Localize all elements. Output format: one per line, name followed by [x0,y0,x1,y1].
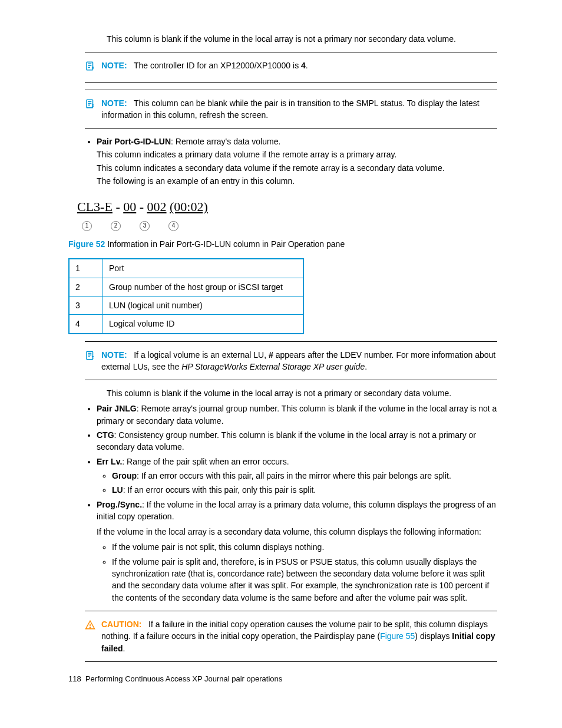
caution-icon [85,618,95,633]
caution-text: . [123,644,125,653]
figure-image: CL3-E - 00 - 002 (00:02) 1234 [68,197,497,231]
fig-seg-3: 002 [147,199,167,214]
note-icon [85,60,95,74]
cell-text: Group number of the host group or iSCSI … [103,278,304,296]
text: : If an error occurs with this pair, onl… [123,485,316,495]
note-text: This column can be blank while the pair … [101,98,480,120]
cell-text: Port [103,259,304,278]
marker-4: 4 [168,221,178,231]
list-item: Pair Port-G-ID-LUN: Remote array's data … [97,136,497,187]
term: Err Lv. [97,457,122,466]
note-text: The controller ID for an XP12000/XP10000… [134,61,301,70]
note-after: . [306,61,308,70]
fig-seg-2: 00 [123,199,136,214]
note-label: NOTE: [101,98,127,108]
text: : Remote array's journal group number. T… [97,404,497,425]
separator [85,82,497,83]
para: This column indicates a primary data vol… [97,149,497,160]
para: This column is blank if the volume in th… [107,387,497,399]
para: This column indicates a secondary data v… [97,162,497,174]
intro-paragraph: This column is blank if the volume in th… [107,33,497,45]
section-title: Performing Continuous Access XP Journal … [85,674,282,683]
figure-caption: Figure 52 Information in Pair Port-G-ID-… [68,238,497,250]
text: : If the volume in the local array is a … [97,500,496,521]
list-item: If the volume pair is split and, therefo… [112,556,497,604]
note-ref: HP StorageWorks External Storage XP user… [181,362,365,371]
fig-seg-1: CL3-E [77,199,113,214]
note-label: NOTE: [101,350,127,360]
separator [85,52,497,52]
fig-seg-4: (00:02) [170,199,208,214]
separator [85,611,497,611]
note-block-3: NOTE: If a logical volume is an external… [85,349,497,373]
term: CTG [97,430,114,440]
table-row: 2Group number of the host group or iSCSI… [69,278,303,296]
cell-num: 3 [69,297,103,315]
caution-text: ) displays [415,631,452,641]
figure-number: Figure 52 [68,239,105,249]
note-block-2: NOTE: This column can be blank while the… [85,97,497,121]
list-item: LU: If an error occurs with this pair, o… [112,484,497,496]
term: LU [112,485,123,495]
table-row: 1Port [69,259,303,278]
list-item: Err Lv.: Range of the pair split when an… [97,456,497,496]
separator [85,90,497,90]
note-text: If a logical volume is an external LU, [134,350,269,360]
list-item: CTG: Consistency group number. This colu… [97,429,497,453]
term: Pair Port-G-ID-LUN [97,137,171,146]
cell-text: LUN (logical unit number) [103,297,304,315]
caution-block: CAUTION: If a failure in the initial cop… [85,618,497,654]
desc: : Remote array's data volume. [171,137,280,146]
separator [85,380,497,380]
separator [85,341,497,342]
cell-num: 4 [69,315,103,334]
note-bold: 4 [301,61,306,70]
marker-1: 1 [82,221,92,231]
term: Group [112,471,137,480]
svg-point-4 [90,627,90,628]
list-item: Pair JNLG: Remote array's journal group … [97,403,497,427]
table-row: 3LUN (logical unit number) [69,297,303,315]
list-item: Prog./Sync.: If the volume in the local … [97,499,497,604]
note-text: . [365,362,367,371]
table-row: 4Logical volume ID [69,315,303,334]
list-item: If the volume pair is not split, this co… [112,541,497,553]
note-icon [85,97,95,112]
caution-label: CAUTION: [101,620,141,629]
note-label: NOTE: [101,61,127,70]
term: Prog./Sync. [97,500,142,509]
para: The following is an example of an entry … [97,175,497,187]
page-footer: 118 Performing Continuous Access XP Jour… [68,674,497,685]
figure-link[interactable]: Figure 55 [380,631,415,641]
cell-text: Logical volume ID [103,315,304,334]
note-icon [85,349,95,364]
page-number: 118 [68,674,81,683]
marker-3: 3 [140,221,150,231]
separator [85,661,497,662]
text: : Range of the pair split when an error … [122,457,289,466]
cell-num: 1 [69,259,103,278]
term: Pair JNLG [97,404,137,413]
note-block-1: NOTE: The controller ID for an XP12000/X… [85,60,497,74]
note-hashtag: # [269,350,273,360]
cell-num: 2 [69,278,103,296]
text: : If an error occurs with this pair, all… [137,471,451,480]
para: If the volume in the local array is a se… [97,526,497,538]
figure-title: Information in Pair Port-G-ID-LUN column… [105,239,345,249]
text: : Consistency group number. This column … [97,430,476,452]
list-item: Group: If an error occurs with this pair… [112,470,497,482]
marker-2: 2 [111,221,121,231]
separator [85,128,497,129]
legend-table: 1Port 2Group number of the host group or… [68,258,304,334]
